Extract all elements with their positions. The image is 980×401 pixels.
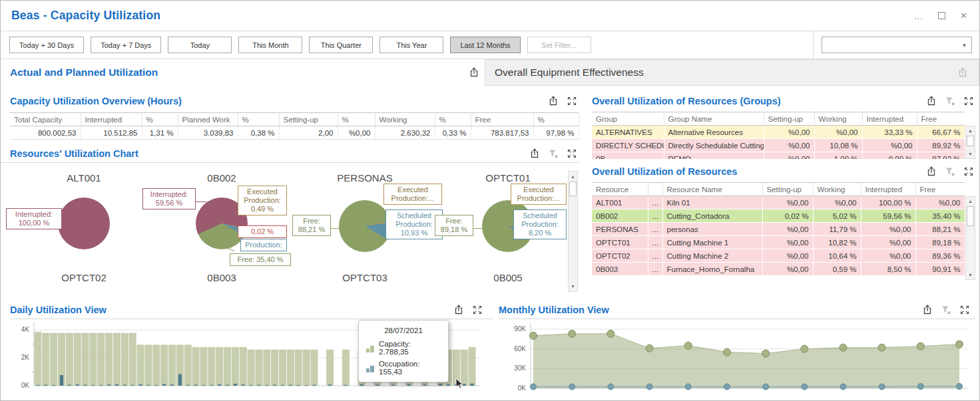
table-row[interactable]: 800.002,5310.512,851,31 %3.039,830,38 %2… [10, 126, 579, 140]
filter-button-last-12-months[interactable]: Last 12 Months [450, 37, 520, 53]
column-header[interactable]: Group Name [664, 112, 764, 126]
filter-toolbar: Today + 30 Days Today + 7 Days Today Thi… [1, 31, 979, 59]
column-header[interactable]: Planned Work [178, 113, 238, 126]
column-header[interactable]: % [533, 113, 579, 126]
table-row[interactable]: ALTERNATIVESAlternative Resources%0,00%0… [592, 126, 965, 139]
export-icon[interactable] [925, 166, 938, 178]
tooltip-capacity: Capacity: 2.788,35 [379, 340, 441, 356]
table-row[interactable]: OPTCT02...Cutting Machine 2%0,0010,64 %%… [592, 249, 965, 263]
row-link[interactable]: ... [648, 223, 662, 236]
export-icon[interactable] [956, 67, 969, 78]
column-header[interactable]: Total Capacity [10, 113, 81, 126]
export-icon[interactable] [925, 95, 938, 107]
column-header[interactable]: Interrupted [861, 183, 915, 196]
column-header[interactable]: Free [915, 183, 965, 196]
export-icon[interactable] [528, 148, 541, 160]
column-header[interactable]: Free [917, 112, 965, 126]
pie-chart-alt001[interactable] [58, 198, 110, 249]
expand-icon[interactable] [962, 166, 975, 178]
export-icon[interactable] [452, 304, 465, 316]
table-cell: 5,02 % [813, 209, 861, 223]
column-header[interactable]: Resource [592, 183, 648, 196]
column-header[interactable]: Interrupted [81, 113, 142, 126]
scrollbar-thumb[interactable] [967, 206, 974, 226]
column-header[interactable]: Working [813, 183, 861, 196]
column-header[interactable]: % [338, 113, 375, 126]
expand-icon[interactable] [565, 148, 579, 160]
table-row[interactable]: DIRECTLY SCHEDU...Directly Schedulable C… [592, 139, 965, 152]
export-icon[interactable] [547, 95, 560, 107]
tab-overall-equipment-effectiveness[interactable]: Overall Equipment Effectiveness [485, 59, 979, 86]
resources-pie-chart-area[interactable]: ALT001 0B002 PERSONAS OPTCT01 Interrupte… [1, 167, 565, 297]
filter-button-today-plus-7[interactable]: Today + 7 Days [91, 37, 161, 53]
column-header[interactable]: Setting-up [764, 112, 814, 126]
scrollbar-thumb[interactable] [569, 182, 577, 196]
column-header[interactable]: Setting-up [762, 183, 813, 196]
pie-callout: Executed Production: 0,49 % [238, 186, 287, 215]
more-options-icon[interactable]: ... [913, 11, 923, 21]
resource-dropdown[interactable]: ▼ [822, 37, 972, 53]
filter-button-this-year[interactable]: This Year [379, 37, 443, 53]
groups-table[interactable]: GroupGroup NameSetting-upWorkingInterrup… [592, 112, 965, 159]
filter-button-today[interactable]: Today [168, 37, 232, 53]
filter-button-today-plus-30[interactable]: Today + 30 Days [9, 37, 84, 53]
scroll-down-icon[interactable]: ▼ [966, 271, 975, 279]
filter-button-this-month[interactable]: This Month [238, 37, 302, 53]
row-link[interactable]: ... [648, 209, 662, 223]
column-header[interactable]: Free [471, 113, 533, 126]
scroll-up-icon[interactable]: ▲ [966, 126, 975, 135]
table-row[interactable]: 0B002...Cutting_Cortadora0,02 %5,02 %59,… [592, 209, 965, 223]
scroll-up-icon[interactable]: ▲ [569, 172, 577, 181]
scroll-down-icon[interactable]: ▼ [966, 150, 975, 158]
scroll-down-icon[interactable]: ▼ [569, 282, 577, 291]
export-icon[interactable] [467, 67, 481, 78]
resources-table[interactable]: ResourceResource NameSetting-upWorkingIn… [592, 182, 965, 276]
pie-area-scrollbar[interactable]: ▲ ▼ [568, 171, 578, 292]
daily-bar-chart[interactable]: 0K2K4K 28/07/2021 Capacity: 2.788,35 Occ… [10, 319, 493, 398]
monthly-area-chart[interactable]: 0K30K60K90K [499, 319, 980, 398]
row-link[interactable]: ... [648, 263, 662, 276]
capacity-overview-table[interactable]: Total CapacityInterrupted%Planned Work%S… [10, 112, 579, 140]
pie-title: ALT001 [67, 172, 101, 184]
column-header[interactable]: Working [814, 112, 862, 126]
table-cell: Cutting Machine 1 [662, 236, 762, 249]
table-row[interactable]: PERSONAS...personas%0,0011,79 %%0,0088,2… [592, 223, 965, 236]
table-row[interactable]: 0B003...Furnace_Horno_Fornalha%0,000,59 … [592, 263, 965, 276]
filter-clear-icon[interactable] [939, 304, 953, 316]
table-row[interactable]: 0BDEMO%0,001,00 %0,00 %97,92 % [592, 152, 965, 160]
column-header[interactable]: Working [375, 113, 435, 126]
expand-icon[interactable] [565, 95, 579, 107]
column-header[interactable]: Resource Name [662, 183, 762, 196]
pie-chart-personas[interactable] [339, 200, 391, 252]
scroll-up-icon[interactable]: ▲ [966, 197, 975, 205]
row-link[interactable]: ... [648, 196, 662, 209]
column-header[interactable]: % [238, 113, 279, 126]
column-header[interactable]: Group [592, 112, 664, 126]
column-header[interactable] [648, 183, 662, 196]
expand-icon[interactable] [962, 95, 975, 107]
row-link[interactable]: ... [648, 236, 662, 249]
table-cell: 0B003 [592, 263, 648, 276]
maximize-icon[interactable] [938, 12, 945, 19]
tab-actual-planned-utilization[interactable]: Actual and Planned Utilization [1, 59, 485, 86]
groups-table-scrollbar[interactable]: ▲ ▼ [965, 126, 975, 159]
resources-table-scrollbar[interactable]: ▲ ▼ [965, 196, 975, 280]
export-icon[interactable] [921, 304, 934, 316]
close-icon[interactable]: ✕ [960, 11, 967, 21]
column-header[interactable]: % [142, 113, 178, 126]
svg-text:2K: 2K [21, 354, 30, 361]
filter-button-this-quarter[interactable]: This Quarter [309, 37, 373, 53]
filter-clear-icon[interactable] [943, 95, 957, 107]
set-filter-button[interactable]: Set Filter... [527, 37, 591, 53]
column-header[interactable]: % [435, 113, 471, 126]
expand-icon[interactable] [958, 304, 971, 316]
column-header[interactable]: Setting-up [279, 113, 338, 126]
column-header[interactable]: Interrupted [862, 112, 917, 126]
expand-icon[interactable] [471, 304, 484, 316]
filter-clear-icon[interactable] [943, 166, 957, 178]
scrollbar-thumb[interactable] [967, 136, 974, 146]
table-row[interactable]: OPTCT01...Cutting Machine 1%0,0010,82 %%… [592, 236, 965, 249]
table-row[interactable]: ALT001...Kiln 01%0,00%0,00100,00 %%0,00 [592, 196, 965, 209]
row-link[interactable]: ... [648, 249, 662, 263]
filter-clear-icon[interactable] [547, 148, 560, 160]
